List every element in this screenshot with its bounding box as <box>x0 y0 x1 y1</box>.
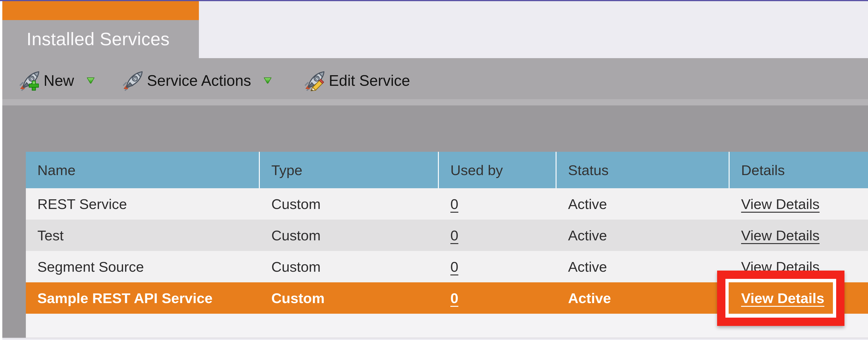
edit-service-button[interactable]: Edit Service <box>305 60 410 101</box>
cell-status: Active <box>557 251 730 282</box>
tab-strip-background <box>199 1 868 58</box>
table-row-test[interactable]: Test Custom 0 Active View Details <box>26 220 868 251</box>
rocket-pencil-icon <box>305 70 326 91</box>
view-details-link-highlighted[interactable]: View Details <box>741 290 825 306</box>
table-header-row: Name Type Used by Status Details <box>26 152 868 188</box>
table-empty-row <box>26 314 868 338</box>
cell-name: Segment Source <box>26 251 260 282</box>
cell-status: Active <box>557 282 730 314</box>
column-header-status: Status <box>557 152 730 188</box>
panel-bottom-strip <box>0 338 868 340</box>
new-button-label: New <box>43 72 74 89</box>
view-details-link[interactable]: View Details <box>741 196 819 212</box>
used-by-link[interactable]: 0 <box>451 258 458 275</box>
cell-type: Custom <box>260 188 439 220</box>
used-by-link[interactable]: 0 <box>451 227 458 244</box>
view-details-link[interactable]: View Details <box>741 227 819 244</box>
page-title: Installed Services <box>27 20 169 58</box>
toolbar-bottom-strip <box>2 99 868 105</box>
cell-name: Test <box>26 220 260 251</box>
service-actions-button[interactable]: Service Actions <box>123 60 273 101</box>
tab-installed-services[interactable]: Installed Services <box>2 1 199 58</box>
table-row-segment-source[interactable]: Segment Source Custom 0 Active View Deta… <box>26 251 868 282</box>
cell-type: Custom <box>260 282 439 314</box>
column-header-details: Details <box>730 152 868 188</box>
cell-name: REST Service <box>26 188 260 220</box>
edit-service-button-label: Edit Service <box>329 72 410 89</box>
column-header-name: Name <box>26 152 260 188</box>
cell-type: Custom <box>260 220 439 251</box>
table-row-rest-service[interactable]: REST Service Custom 0 Active View Detail… <box>26 188 868 220</box>
cell-type: Custom <box>260 251 439 282</box>
table-row-sample-rest-api-service-selected[interactable]: Sample REST API Service Custom 0 Active … <box>26 282 868 314</box>
dropdown-arrow-icon <box>86 76 95 85</box>
dropdown-arrow-icon <box>263 76 273 85</box>
active-tab-accent-bar <box>2 1 199 20</box>
cell-status: Active <box>557 220 730 251</box>
new-button[interactable]: New <box>20 60 95 101</box>
rocket-icon <box>123 70 144 91</box>
left-edge-strip <box>0 1 2 340</box>
installed-services-table: Name Type Used by Status Details REST Se… <box>26 152 868 338</box>
cell-status: Active <box>557 188 730 220</box>
service-actions-button-label: Service Actions <box>147 72 251 89</box>
view-details-link[interactable]: View Details <box>741 258 819 275</box>
installed-services-screen: Installed Services New Service Actions E… <box>0 0 868 340</box>
column-header-used-by: Used by <box>439 152 557 188</box>
rocket-plus-icon <box>20 70 41 91</box>
column-header-type: Type <box>260 152 439 188</box>
toolbar: New Service Actions Edit Service <box>2 58 868 99</box>
used-by-link[interactable]: 0 <box>451 196 458 212</box>
used-by-link[interactable]: 0 <box>451 290 458 306</box>
cell-name: Sample REST API Service <box>26 282 260 314</box>
